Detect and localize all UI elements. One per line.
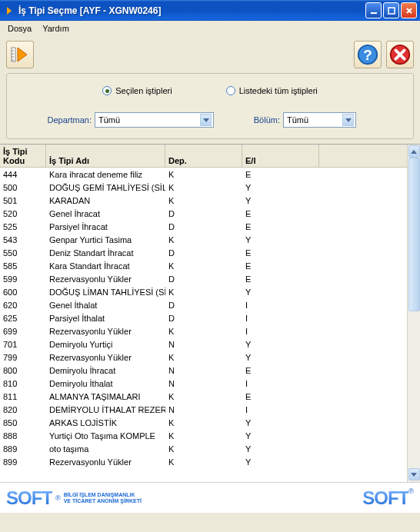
cell-kod: 550: [0, 248, 46, 258]
radio-all-types[interactable]: Listedeki tüm iştipleri: [226, 86, 318, 95]
cell-ad: Genpar Yurtici Tasima: [46, 235, 165, 244]
cell-kod: 850: [0, 418, 46, 427]
department-select[interactable]: Tümü: [95, 112, 214, 128]
section-select[interactable]: Tümü: [283, 112, 356, 128]
cell-ad: Kara Standart İhracat: [46, 261, 165, 271]
cell-ad: ARKAS LOJİSTİK: [46, 418, 165, 427]
cell-kod: 525: [0, 222, 46, 231]
svg-rect-5: [12, 48, 15, 62]
cell-dep: N: [165, 340, 242, 349]
cell-dep: K: [165, 196, 242, 205]
cell-kod: 820: [0, 405, 46, 414]
cell-kod: 699: [0, 327, 46, 336]
table-row[interactable]: 799Rezervasyonlu YüklerKY: [0, 351, 407, 364]
cell-ad: oto taşıma: [46, 444, 165, 454]
cell-ei: Y: [242, 196, 319, 205]
table-row[interactable]: 850ARKAS LOJİSTİKKY: [0, 416, 407, 429]
cell-kod: 501: [0, 196, 46, 205]
table-row[interactable]: 888Yurtiçi Oto Taşıma KOMPLEKY: [0, 429, 407, 442]
table-row[interactable]: 444Kara ihracat deneme filizKE: [0, 168, 407, 181]
cell-kod: 701: [0, 340, 46, 349]
cell-dep: K: [165, 327, 242, 336]
cell-kod: 444: [0, 170, 46, 179]
section-label: Bölüm:: [254, 115, 280, 125]
cell-ei: Y: [242, 457, 319, 467]
svg-marker-0: [7, 7, 12, 15]
svg-marker-18: [411, 150, 417, 154]
table-row[interactable]: 500DOĞUŞ GEMİ TAHLİYESİ (SİLMEKY: [0, 181, 407, 194]
cell-dep: K: [165, 170, 242, 179]
radio-selected-types[interactable]: Seçilen iştipleri: [102, 86, 172, 95]
table-row[interactable]: 550Deniz Standart İhracatDE: [0, 246, 407, 259]
scroll-down-icon[interactable]: [408, 468, 420, 480]
toolbar: ?: [6, 41, 414, 68]
table-row[interactable]: 810Demiryolu İthalatNI: [0, 377, 407, 390]
menu-file[interactable]: Dosya: [8, 24, 32, 33]
col-header-ad[interactable]: İş Tipi Adı: [46, 145, 165, 167]
cell-dep: K: [165, 444, 242, 454]
cell-ei: E: [242, 366, 319, 375]
cancel-button[interactable]: [386, 41, 414, 68]
close-button[interactable]: [401, 2, 417, 18]
cell-ad: DEMİRYOLU İTHALAT REZERVA: [46, 405, 165, 414]
cell-kod: 520: [0, 209, 46, 218]
table-row[interactable]: 585Kara Standart İhracatKE: [0, 259, 407, 272]
table-row[interactable]: 599Rezervasyonlu YüklerDE: [0, 272, 407, 285]
cell-dep: K: [165, 353, 242, 362]
chevron-down-icon: [342, 114, 354, 126]
menu-help[interactable]: Yardım: [42, 24, 69, 33]
cell-kod: 800: [0, 366, 46, 375]
svg-rect-2: [388, 8, 395, 14]
cell-dep: N: [165, 405, 242, 414]
cell-ei: Y: [242, 431, 319, 441]
minimize-button[interactable]: [365, 2, 382, 18]
help-button[interactable]: ?: [354, 41, 382, 68]
radio-all-icon: [226, 86, 235, 95]
section-value: Tümü: [287, 115, 308, 125]
vertical-scrollbar[interactable]: [407, 145, 420, 482]
col-header-kod[interactable]: İş Tipi Kodu: [0, 145, 46, 167]
scroll-thumb[interactable]: [408, 158, 420, 311]
table-row[interactable]: 620Genel İthalatDI: [0, 298, 407, 311]
table-row[interactable]: 543Genpar Yurtici TasimaKY: [0, 233, 407, 246]
cell-ad: Yurtiçi Oto Taşıma KOMPLE: [46, 431, 165, 441]
cell-dep: D: [165, 209, 242, 218]
table-row[interactable]: 600DOĞUŞ LİMAN TAHLİYESİ (SİLMKY: [0, 285, 407, 298]
cell-dep: D: [165, 248, 242, 258]
cell-ei: E: [242, 248, 319, 258]
svg-marker-17: [345, 118, 352, 122]
cell-kod: 888: [0, 431, 46, 441]
cell-ei: Y: [242, 235, 319, 244]
cell-ei: I: [242, 327, 319, 336]
table-row[interactable]: 889oto taşımaKY: [0, 442, 407, 455]
scroll-up-icon[interactable]: [408, 145, 420, 158]
cell-ei: E: [242, 392, 319, 401]
cell-ad: Kara ihracat deneme filiz: [46, 170, 165, 179]
cell-kod: 799: [0, 353, 46, 362]
table-row[interactable]: 699Rezervasyonlu YüklerKI: [0, 324, 407, 337]
maximize-button[interactable]: [383, 2, 399, 18]
titlebar: İş Tipi Seçme [AYF - XGNW0246]: [0, 0, 420, 21]
cell-ei: I: [242, 301, 319, 310]
table-row[interactable]: 800Demiryolu İhracatNE: [0, 364, 407, 377]
cell-ad: ALMANYA TAŞIMALARI: [46, 392, 165, 401]
cell-ei: E: [242, 209, 319, 218]
table-row[interactable]: 501KARADANKY: [0, 194, 407, 207]
cell-kod: 625: [0, 314, 46, 323]
cell-kod: 810: [0, 379, 46, 388]
cell-ad: DOĞUŞ GEMİ TAHLİYESİ (SİLME: [46, 183, 165, 192]
ruler-tool-button[interactable]: [6, 41, 34, 68]
table-row[interactable]: 820DEMİRYOLU İTHALAT REZERVANI: [0, 403, 407, 416]
table-row[interactable]: 525Parsiyel İhracatDE: [0, 220, 407, 233]
col-header-ei[interactable]: E/I: [242, 145, 319, 167]
col-header-dep[interactable]: Dep.: [165, 145, 242, 167]
table-row[interactable]: 520Genel İhracatDE: [0, 207, 407, 220]
table-row[interactable]: 899Rezervasyonlu YüklerKY: [0, 455, 407, 468]
cell-ei: E: [242, 261, 319, 271]
table-row[interactable]: 811ALMANYA TAŞIMALARIKE: [0, 390, 407, 403]
cell-ad: Demiryolu İthalat: [46, 379, 165, 388]
cell-dep: K: [165, 261, 242, 271]
table-row[interactable]: 701Demiryolu YurtiçiNY: [0, 337, 407, 351]
svg-rect-1: [371, 12, 377, 14]
table-row[interactable]: 625Parsiyel İthalatDI: [0, 311, 407, 324]
